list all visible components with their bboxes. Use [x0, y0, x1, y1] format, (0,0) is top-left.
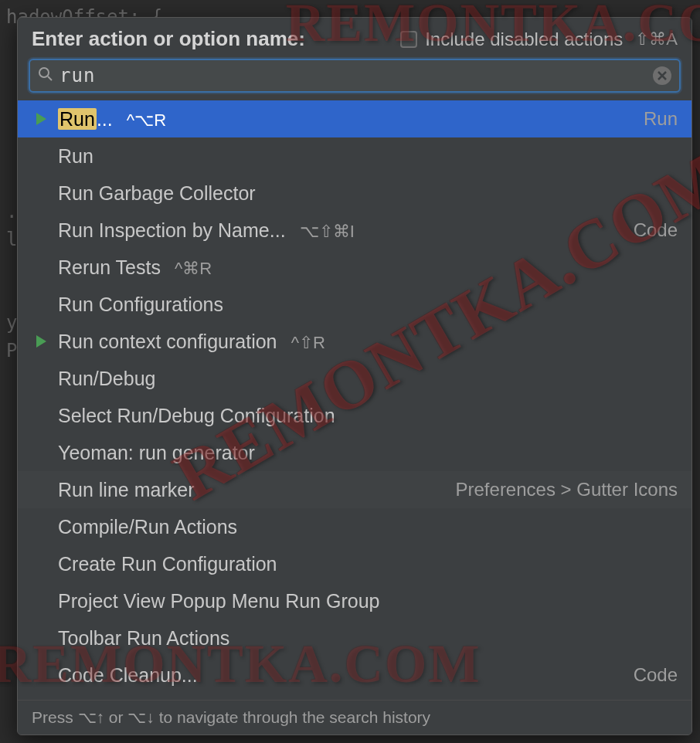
result-label-text: Run line marker	[58, 479, 194, 500]
result-row[interactable]: Code Cleanup...Code	[18, 656, 692, 694]
result-group: Code	[634, 219, 678, 241]
result-label: Code Cleanup...	[58, 664, 624, 687]
result-label: Create Run Configuration	[58, 553, 678, 575]
search-input[interactable]	[59, 65, 653, 87]
result-label: Select Run/Debug Configuration	[58, 405, 678, 427]
result-label: Yeoman: run generator	[58, 442, 678, 464]
result-group: Code	[634, 664, 678, 686]
match-highlight: Run	[58, 108, 97, 130]
result-row[interactable]: Run/Debug	[18, 360, 692, 397]
result-label-text: Run Configurations	[58, 293, 223, 315]
popup-header: Enter action or option name: Include dis…	[18, 18, 692, 59]
result-label-text: Run context configuration	[58, 331, 277, 352]
svg-marker-5	[36, 335, 46, 348]
result-label: Run Inspection by Name... ⌥⇧⌘I	[58, 219, 624, 242]
result-label-text: Code Cleanup...	[58, 664, 198, 686]
result-label: Compile/Run Actions	[58, 516, 678, 538]
result-row[interactable]: Run... ^⌥RRun	[18, 100, 692, 137]
result-row[interactable]: Run	[18, 137, 692, 175]
svg-marker-4	[36, 113, 46, 125]
result-label-text: ...	[97, 108, 113, 130]
include-disabled-checkbox[interactable]: Include disabled actions ⇧⌘A	[400, 29, 678, 50]
checkbox-label: Include disabled actions	[425, 29, 623, 50]
result-row[interactable]: Yeoman: run generator	[18, 434, 692, 471]
result-shortcut: ^⌥R	[122, 110, 166, 130]
result-shortcut: ^⌘R	[170, 259, 212, 278]
clear-search-button[interactable]	[653, 66, 671, 85]
result-shortcut: ^⇧R	[287, 333, 325, 352]
result-label: Run line marker	[58, 479, 447, 501]
result-row[interactable]: Run Configurations	[18, 286, 692, 323]
popup-title: Enter action or option name:	[32, 27, 305, 51]
navigation-hint: Press ⌥↑ or ⌥↓ to navigate through the s…	[18, 700, 692, 735]
result-label-text: Run	[58, 145, 93, 167]
play-icon	[24, 334, 58, 348]
find-action-popup: Enter action or option name: Include dis…	[17, 17, 692, 735]
result-row[interactable]: Select Run/Debug Configuration	[18, 397, 692, 434]
result-group: Preferences > Gutter Icons	[456, 479, 678, 500]
result-label-text: Run Inspection by Name...	[58, 219, 286, 241]
result-label: Run Garbage Collector	[58, 182, 678, 205]
result-label-text: Yeoman: run generator	[58, 442, 255, 463]
result-label-text: Run Garbage Collector	[58, 182, 256, 204]
svg-line-1	[48, 76, 52, 80]
results-list: Run... ^⌥RRunRunRun Garbage CollectorRun…	[18, 100, 692, 700]
result-label: Toolbar Run Actions	[58, 627, 678, 650]
result-label-text: Run/Debug	[58, 368, 155, 389]
result-group: Run	[644, 108, 678, 130]
result-label: Run	[58, 145, 678, 168]
result-label: Rerun Tests ^⌘R	[58, 256, 678, 279]
checkbox-icon[interactable]	[400, 31, 417, 48]
result-shortcut: ⌥⇧⌘I	[295, 222, 355, 241]
result-row[interactable]: Run context configuration ^⇧R	[18, 323, 692, 360]
result-row[interactable]: Run line markerPreferences > Gutter Icon…	[18, 471, 692, 508]
result-label: Run Configurations	[58, 293, 678, 316]
result-label-text: Rerun Tests	[58, 256, 161, 278]
search-field-wrapper[interactable]	[29, 59, 681, 93]
result-label: Run context configuration ^⇧R	[58, 331, 678, 353]
result-label: Project View Popup Menu Run Group	[58, 590, 678, 612]
result-row[interactable]: Compile/Run Actions	[18, 508, 692, 545]
result-label-text: Select Run/Debug Configuration	[58, 405, 335, 426]
result-row[interactable]: Rerun Tests ^⌘R	[18, 249, 692, 286]
result-row[interactable]: Project View Popup Menu Run Group	[18, 582, 692, 619]
search-icon	[38, 66, 53, 86]
result-label: Run... ^⌥R	[58, 108, 634, 131]
result-label-text: Toolbar Run Actions	[58, 627, 229, 649]
result-row[interactable]: Run Garbage Collector	[18, 175, 692, 212]
play-icon	[24, 112, 58, 126]
result-label: Run/Debug	[58, 368, 678, 390]
result-row[interactable]: Create Run Configuration	[18, 545, 692, 582]
result-row[interactable]: Toolbar Run Actions	[18, 619, 692, 656]
checkbox-shortcut: ⇧⌘A	[635, 29, 678, 49]
result-label-text: Compile/Run Actions	[58, 516, 237, 538]
result-row[interactable]: Run Inspection by Name... ⌥⇧⌘ICode	[18, 212, 692, 249]
svg-point-0	[39, 68, 49, 77]
result-label-text: Create Run Configuration	[58, 553, 277, 575]
result-label-text: Project View Popup Menu Run Group	[58, 590, 379, 612]
